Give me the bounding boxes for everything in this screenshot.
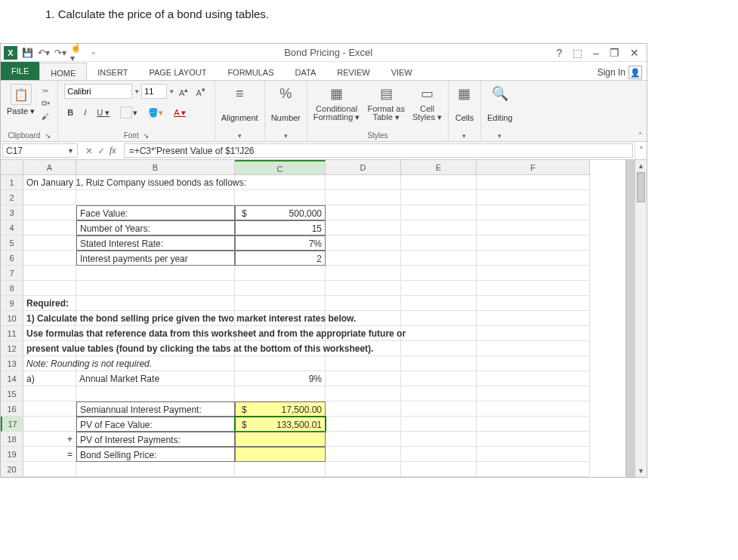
fill-color-button[interactable]: 🪣▾ bbox=[145, 106, 166, 119]
cell-A4[interactable] bbox=[23, 220, 76, 235]
cell-B3[interactable]: Face Value: bbox=[76, 205, 235, 220]
cell-D8[interactable] bbox=[326, 281, 401, 296]
group-cells[interactable]: ▦ Cells ▾ bbox=[449, 81, 481, 141]
tab-file[interactable]: FILE bbox=[1, 62, 39, 80]
cell-B14[interactable]: Annual Market Rate bbox=[76, 371, 235, 386]
cell-B4[interactable]: Number of Years: bbox=[76, 220, 235, 235]
cell-E13[interactable] bbox=[401, 356, 477, 371]
cell-D4[interactable] bbox=[326, 220, 401, 235]
cell-A15[interactable] bbox=[23, 386, 76, 402]
cell-F2[interactable] bbox=[477, 190, 590, 205]
cell-C17[interactable]: $133,500.01 bbox=[235, 417, 326, 432]
bold-button[interactable]: B bbox=[64, 106, 76, 118]
cell-B6[interactable]: Interest payments per year bbox=[76, 251, 235, 266]
cell-E10[interactable] bbox=[401, 311, 477, 326]
cell-D20[interactable] bbox=[326, 462, 401, 477]
cell-F10[interactable] bbox=[477, 311, 590, 326]
row-header-5[interactable]: 5 bbox=[1, 235, 23, 251]
cell-B18[interactable]: PV of Interest Payments: bbox=[76, 432, 235, 447]
cells-icon[interactable]: ▦ bbox=[455, 84, 474, 103]
cell-E16[interactable] bbox=[401, 402, 477, 417]
tab-home[interactable]: HOME bbox=[39, 63, 87, 81]
row-header-3[interactable]: 3 bbox=[1, 205, 23, 220]
cell-A10[interactable]: 1) Calculate the bond selling price give… bbox=[23, 311, 76, 326]
cell-D5[interactable] bbox=[326, 235, 401, 251]
col-header-A[interactable]: A bbox=[23, 160, 76, 175]
cell-C20[interactable] bbox=[235, 462, 326, 477]
row-header-16[interactable]: 16 bbox=[1, 402, 23, 417]
cell-E9[interactable] bbox=[401, 296, 477, 311]
col-header-C[interactable]: C bbox=[235, 160, 326, 175]
tab-review[interactable]: REVIEW bbox=[326, 62, 380, 80]
cell-F11[interactable] bbox=[477, 326, 590, 341]
number-icon[interactable]: % bbox=[276, 84, 295, 103]
cell-F17[interactable] bbox=[477, 417, 590, 432]
cell-E3[interactable] bbox=[401, 205, 477, 220]
cell-E5[interactable] bbox=[401, 235, 477, 251]
cell-C1[interactable] bbox=[235, 175, 326, 190]
group-number[interactable]: % Number ▾ bbox=[265, 81, 307, 141]
row-header-12[interactable]: 12 bbox=[1, 341, 23, 356]
cell-C7[interactable] bbox=[235, 266, 326, 281]
borders-button[interactable]: ▾ bbox=[117, 105, 140, 120]
redo-icon[interactable]: ↷▾ bbox=[54, 46, 67, 60]
row-header-8[interactable]: 8 bbox=[1, 281, 23, 296]
cell-C2[interactable] bbox=[235, 190, 326, 205]
cell-D3[interactable] bbox=[326, 205, 401, 220]
cell-D9[interactable] bbox=[326, 296, 401, 311]
cell-E6[interactable] bbox=[401, 251, 477, 266]
cell-F20[interactable] bbox=[477, 462, 590, 477]
cell-F18[interactable] bbox=[477, 432, 590, 447]
format-painter-icon[interactable]: 🖌 bbox=[39, 111, 51, 122]
cell-F16[interactable] bbox=[477, 402, 590, 417]
cell-D7[interactable] bbox=[326, 266, 401, 281]
cell-C19[interactable] bbox=[235, 447, 326, 462]
cell-A3[interactable] bbox=[23, 205, 76, 220]
help-icon[interactable]: ? bbox=[556, 47, 562, 59]
cell-F19[interactable] bbox=[477, 447, 590, 462]
row-header-1[interactable]: 1 bbox=[1, 175, 23, 190]
cell-C9[interactable] bbox=[235, 296, 326, 311]
cell-F1[interactable] bbox=[477, 175, 590, 190]
cell-A14[interactable]: a) bbox=[23, 371, 76, 386]
cell-F6[interactable] bbox=[477, 251, 590, 266]
cell-A7[interactable] bbox=[23, 266, 76, 281]
paste-icon[interactable]: 📋 bbox=[11, 84, 32, 105]
cell-F5[interactable] bbox=[477, 235, 590, 251]
cell-D2[interactable] bbox=[326, 190, 401, 205]
scroll-up-icon[interactable]: ▲ bbox=[635, 160, 647, 172]
fx-icon[interactable]: fx bbox=[110, 145, 116, 156]
tab-formulas[interactable]: FORMULAS bbox=[217, 62, 284, 80]
row-header-19[interactable]: 19 bbox=[1, 447, 23, 462]
group-alignment[interactable]: ≡ Alignment ▾ bbox=[215, 81, 265, 141]
cell-C4[interactable]: 15 bbox=[235, 220, 326, 235]
cell-D16[interactable] bbox=[326, 402, 401, 417]
cell-E20[interactable] bbox=[401, 462, 477, 477]
scroll-thumb[interactable] bbox=[637, 172, 645, 202]
cell-D6[interactable] bbox=[326, 251, 401, 266]
cell-C15[interactable] bbox=[235, 386, 326, 402]
vertical-scrollbar[interactable]: ▲ ▼ bbox=[635, 160, 647, 477]
undo-icon[interactable]: ↶▾ bbox=[37, 46, 51, 60]
cell-B20[interactable] bbox=[76, 462, 235, 477]
cell-A12[interactable]: present value tables (found by clicking … bbox=[23, 341, 76, 356]
tab-page-layout[interactable]: PAGE LAYOUT bbox=[138, 62, 217, 80]
select-all-corner[interactable] bbox=[1, 160, 23, 175]
row-header-15[interactable]: 15 bbox=[1, 386, 23, 402]
save-icon[interactable]: 💾 bbox=[20, 46, 34, 60]
tab-view[interactable]: VIEW bbox=[381, 62, 423, 80]
font-name-select[interactable] bbox=[64, 84, 132, 99]
close-icon[interactable]: ✕ bbox=[630, 47, 639, 59]
ribbon-display-icon[interactable]: ⬚ bbox=[573, 47, 582, 59]
cell-D15[interactable] bbox=[326, 386, 401, 402]
cell-A8[interactable] bbox=[23, 281, 76, 296]
cell-E4[interactable] bbox=[401, 220, 477, 235]
cell-A5[interactable] bbox=[23, 235, 76, 251]
cell-F3[interactable] bbox=[477, 205, 590, 220]
sign-in[interactable]: Sign In 👤 bbox=[598, 62, 647, 80]
cell-A19[interactable]: = bbox=[23, 447, 76, 462]
split-handle[interactable] bbox=[625, 160, 635, 477]
italic-button[interactable]: I bbox=[81, 106, 89, 118]
cell-D19[interactable] bbox=[326, 447, 401, 462]
decrease-font-icon[interactable]: A▾ bbox=[193, 84, 208, 99]
